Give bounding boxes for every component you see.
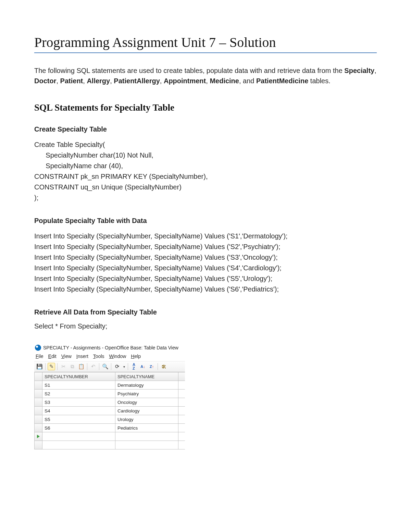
menu-insert[interactable]: Insert <box>76 354 88 359</box>
autofilter-icon[interactable]: 🛠 <box>160 363 167 370</box>
menu-file[interactable]: File <box>36 354 43 359</box>
separator <box>87 363 87 370</box>
refresh-icon[interactable]: ⟳ <box>113 363 121 370</box>
heading-retrieve: Retrieve All Data from Specialty Table <box>34 308 377 316</box>
sort-desc-icon[interactable]: Z↑ <box>148 363 155 370</box>
cell-specialtyname[interactable]: Pediatrics <box>115 424 178 432</box>
row-selector[interactable] <box>35 389 42 398</box>
cell-specialtyname[interactable]: Oncology <box>115 398 178 407</box>
cell-empty <box>178 381 185 389</box>
separator <box>57 363 58 370</box>
cell-empty <box>178 398 185 407</box>
edit-data-icon[interactable]: ✎ <box>48 363 55 370</box>
find-icon[interactable]: 🔍 <box>101 363 109 370</box>
data-grid[interactable]: SPECIALTYNUMBER SPECIALTYNAME S1 Dermato… <box>34 372 185 449</box>
openoffice-logo-icon <box>35 345 41 351</box>
cell-specialtynumber[interactable]: S1 <box>42 381 115 389</box>
cell-empty <box>178 415 185 424</box>
table-row[interactable]: S5 Urology <box>35 415 185 424</box>
table-row[interactable]: S2 Psychiatry <box>35 389 185 398</box>
cell-specialtyname[interactable]: Urology <box>115 415 178 424</box>
separator <box>111 363 111 370</box>
select-sql-block: Select * From Specialty; <box>34 322 377 330</box>
toolbar: 💾 ✎ ✂ ⧉ 📋 ↶ 🔍 ⟳ ▾ AZ A↓ Z↑ 🛠 <box>34 361 185 372</box>
menu-tools[interactable]: Tools <box>93 354 104 359</box>
intro-table-0: Specialty <box>344 67 374 74</box>
undo-icon[interactable]: ↶ <box>89 363 97 370</box>
cell-specialtynumber[interactable]: S5 <box>42 415 115 424</box>
table-row[interactable]: S4 Cardiology <box>35 407 185 415</box>
title-rule <box>34 52 377 53</box>
insert-sql-block: Insert Into Specialty (SpecialtyNumber, … <box>34 231 377 295</box>
save-icon[interactable]: 💾 <box>36 363 43 370</box>
row-selector[interactable] <box>35 381 42 389</box>
menu-window[interactable]: Window <box>109 354 126 359</box>
intro-table-7: PatientMedicine <box>256 77 308 85</box>
intro-post: tables. <box>308 77 330 85</box>
row-selector[interactable] <box>35 398 42 407</box>
refresh-dropdown-icon[interactable]: ▾ <box>122 363 126 370</box>
cell-empty <box>42 441 115 449</box>
separator <box>99 363 99 370</box>
table-row[interactable]: S6 Pediatrics <box>35 424 185 432</box>
heading-create: Create Specialty Table <box>34 125 377 133</box>
cell-empty <box>178 424 185 432</box>
new-record-row[interactable] <box>35 432 185 441</box>
document-page: Programming Assignment Unit 7 – Solution… <box>0 0 411 532</box>
separator <box>158 363 158 370</box>
col-header-specialtyname[interactable]: SPECIALTYNAME <box>115 372 178 381</box>
intro-table-3: Allergy <box>87 77 110 85</box>
row-selector-header[interactable] <box>35 372 42 381</box>
menu-edit[interactable]: Edit <box>48 354 57 359</box>
sort-asc-icon[interactable]: A↓ <box>139 363 147 370</box>
col-header-empty <box>178 372 185 381</box>
window-title: SPECIALTY - Assignments - OpenOffice Bas… <box>43 345 178 350</box>
cell-empty <box>115 441 178 449</box>
cell-specialtyname[interactable] <box>115 432 178 441</box>
cell-specialtynumber[interactable]: S3 <box>42 398 115 407</box>
section-heading: SQL Statements for Specialty Table <box>34 102 377 113</box>
window-titlebar: SPECIALTY - Assignments - OpenOffice Bas… <box>34 344 185 353</box>
cell-specialtyname[interactable]: Psychiatry <box>115 389 178 398</box>
intro-table-5: Appointment <box>164 77 206 85</box>
cell-specialtynumber[interactable]: S6 <box>42 424 115 432</box>
intro-table-1: Doctor <box>34 77 56 85</box>
new-record-icon[interactable] <box>35 432 42 441</box>
cell-specialtyname[interactable]: Dermatology <box>115 381 178 389</box>
cell-specialtynumber[interactable]: S2 <box>42 389 115 398</box>
cell-specialtynumber[interactable]: S4 <box>42 407 115 415</box>
row-selector[interactable] <box>35 441 42 449</box>
paste-icon[interactable]: 📋 <box>77 363 85 370</box>
cell-specialtyname[interactable]: Cardiology <box>115 407 178 415</box>
grid-body: S1 Dermatology S2 Psychiatry S3 Oncology <box>35 381 185 449</box>
intro-and: , and <box>239 77 256 85</box>
separator <box>128 363 128 370</box>
row-selector[interactable] <box>35 407 42 415</box>
cell-empty <box>178 432 185 441</box>
row-selector[interactable] <box>35 424 42 432</box>
intro-table-6: Medicine <box>210 77 239 85</box>
page-title: Programming Assignment Unit 7 – Solution <box>34 34 377 50</box>
heading-populate: Populate Specialty Table with Data <box>34 217 377 225</box>
cell-specialtynumber[interactable] <box>42 432 115 441</box>
create-sql-block: Create Table Specialty( SpecialtyNumber … <box>34 139 377 203</box>
intro-table-2: Patient <box>60 77 83 85</box>
cell-empty <box>178 389 185 398</box>
col-header-specialtynumber[interactable]: SPECIALTYNUMBER <box>42 372 115 381</box>
intro-pre: The following SQL statements are used to… <box>34 67 344 74</box>
table-row-blank <box>35 441 185 449</box>
sort-order-icon[interactable]: AZ <box>130 363 138 370</box>
menubar: File Edit View Insert Tools Window Help <box>34 353 185 361</box>
menu-view[interactable]: View <box>61 354 72 359</box>
header-row: SPECIALTYNUMBER SPECIALTYNAME <box>35 372 185 381</box>
intro-table-4: PatientAllergy <box>114 77 160 85</box>
copy-icon[interactable]: ⧉ <box>68 363 76 370</box>
table-row[interactable]: S3 Oncology <box>35 398 185 407</box>
intro-paragraph: The following SQL statements are used to… <box>34 65 377 86</box>
cell-empty <box>178 407 185 415</box>
cut-icon[interactable]: ✂ <box>60 363 67 370</box>
table-row[interactable]: S1 Dermatology <box>35 381 185 389</box>
menu-help[interactable]: Help <box>131 354 141 359</box>
row-selector[interactable] <box>35 415 42 424</box>
separator <box>45 363 46 370</box>
